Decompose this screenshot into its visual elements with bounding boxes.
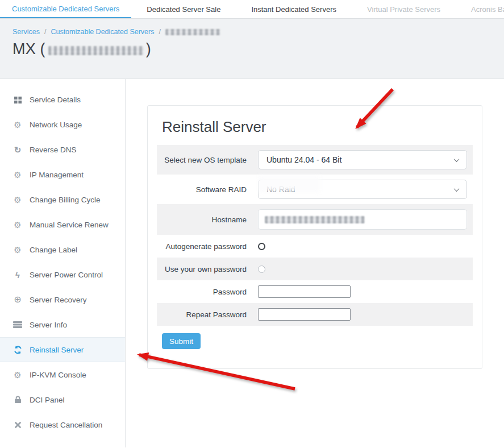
sidebar-item-label: Reinstall Server bbox=[30, 346, 84, 354]
page-title-prefix: MX ( bbox=[13, 40, 45, 58]
form-row-use-own-password: Use your own password bbox=[157, 258, 473, 280]
life-ring-icon: ⊕ bbox=[13, 295, 23, 304]
software-raid-label: Software RAID bbox=[157, 185, 258, 194]
sidebar-item-dci-panel[interactable]: DCI Panel bbox=[0, 387, 125, 412]
os-template-select[interactable]: Ubuntu 24.04 - 64 Bit bbox=[258, 150, 467, 169]
form-row-software-raid: Software RAID No Raid bbox=[157, 175, 473, 204]
x-icon bbox=[13, 422, 23, 428]
sidebar-item-change-label[interactable]: ⚙ Change Label bbox=[0, 237, 125, 262]
gear-icon: ⚙ bbox=[13, 171, 23, 179]
tab-virtual-private-servers[interactable]: Virtual Private Servers bbox=[352, 0, 456, 18]
tab-acronis-backup[interactable]: Acronis Backup bbox=[456, 0, 504, 18]
sidebar-item-reinstall-server[interactable]: Reinstall Server bbox=[0, 337, 125, 362]
sidebar-item-ip-management[interactable]: ⚙ IP Management bbox=[0, 162, 125, 187]
sidebar-item-ip-kvm-console[interactable]: ⚙ IP-KVM Console bbox=[0, 362, 125, 387]
reinstall-server-panel: Reinstall Server Select new OS template … bbox=[147, 105, 482, 369]
repeat-password-label: Repeat Password bbox=[157, 310, 258, 319]
grid-icon bbox=[13, 96, 23, 104]
autogenerate-password-radio[interactable] bbox=[258, 243, 265, 250]
sidebar-item-service-details[interactable]: Service Details bbox=[0, 87, 125, 112]
gear-icon: ⚙ bbox=[13, 121, 23, 129]
sidebar-item-label: IP Management bbox=[30, 171, 84, 179]
tab-customizable-dedicated-servers[interactable]: Customizable Dedicated Servers bbox=[0, 0, 131, 18]
gear-icon: ⚙ bbox=[13, 246, 23, 254]
page-title-censored-domain bbox=[48, 46, 144, 55]
main-area: Reinstall Server Select new OS template … bbox=[126, 79, 504, 447]
breadcrumb-link-services[interactable]: Services bbox=[13, 28, 40, 36]
sidebar-item-label: Network Usage bbox=[30, 121, 82, 129]
gear-icon: ⚙ bbox=[13, 371, 23, 379]
sidebar-item-manual-service-renew[interactable]: ⚙ Manual Service Renew bbox=[0, 212, 125, 237]
sidebar-item-reverse-dns[interactable]: ↻ Reverse DNS bbox=[0, 137, 125, 162]
os-template-label: Select new OS template bbox=[157, 156, 258, 164]
sidebar-item-label: Service Details bbox=[30, 96, 81, 104]
breadcrumb-link-customizable-dedicated-servers[interactable]: Customizable Dedicated Servers bbox=[51, 28, 154, 36]
autogenerate-password-label: Autogenerate password bbox=[157, 242, 258, 251]
sidebar-item-network-usage[interactable]: ⚙ Network Usage bbox=[0, 112, 125, 137]
bolt-icon: ϟ bbox=[13, 271, 23, 279]
sidebar-item-label: Request Cancellation bbox=[30, 421, 102, 429]
hostname-input[interactable] bbox=[258, 209, 467, 230]
password-label: Password bbox=[157, 288, 258, 296]
sidebar-item-server-power-control[interactable]: ϟ Server Power Control bbox=[0, 262, 125, 287]
software-raid-select[interactable]: No Raid bbox=[258, 180, 467, 199]
gear-icon: ⚙ bbox=[13, 221, 23, 229]
refresh-icon: ↻ bbox=[13, 146, 23, 154]
sidebar-item-label: Server Info bbox=[30, 321, 67, 329]
sidebar-item-server-recovery[interactable]: ⊕ Server Recovery bbox=[0, 287, 125, 312]
gear-icon: ⚙ bbox=[13, 196, 23, 204]
panel-heading: Reinstall Server bbox=[162, 118, 473, 136]
use-own-password-radio[interactable] bbox=[258, 266, 265, 273]
sidebar-item-request-cancellation[interactable]: Request Cancellation bbox=[0, 412, 125, 437]
sidebar-item-label: IP-KVM Console bbox=[30, 371, 86, 379]
form-row-password: Password bbox=[157, 280, 473, 303]
sidebar-item-label: Change Billing Cycle bbox=[30, 196, 101, 204]
breadcrumb: Services / Customizable Dedicated Server… bbox=[13, 28, 504, 36]
software-raid-select-value: No Raid bbox=[266, 185, 295, 194]
sidebar-item-label: Manual Service Renew bbox=[30, 221, 109, 229]
breadcrumb-separator: / bbox=[44, 28, 46, 36]
server-icon bbox=[13, 321, 23, 329]
form-row-os-template: Select new OS template Ubuntu 24.04 - 64… bbox=[157, 145, 473, 175]
use-own-password-label: Use your own password bbox=[157, 265, 258, 273]
sidebar: Service Details ⚙ Network Usage ↻ Revers… bbox=[0, 79, 126, 447]
page-title-suffix: ) bbox=[146, 40, 151, 58]
form-row-hostname: Hostname bbox=[157, 204, 473, 235]
chevron-down-icon bbox=[454, 186, 460, 192]
sidebar-item-change-billing-cycle[interactable]: ⚙ Change Billing Cycle bbox=[0, 187, 125, 212]
content-area: Service Details ⚙ Network Usage ↻ Revers… bbox=[0, 79, 504, 447]
form-row-repeat-password: Repeat Password bbox=[157, 303, 473, 326]
repeat-password-input[interactable] bbox=[258, 308, 351, 321]
breadcrumb-censored-item bbox=[165, 29, 220, 35]
sidebar-item-label: Server Recovery bbox=[30, 296, 87, 304]
refresh-icon bbox=[13, 346, 23, 354]
hostname-label: Hostname bbox=[157, 215, 258, 224]
chevron-down-icon bbox=[454, 156, 460, 162]
lock-icon bbox=[13, 396, 23, 404]
sidebar-item-label: Server Power Control bbox=[30, 271, 103, 279]
breadcrumb-separator: / bbox=[159, 28, 160, 36]
tab-dedicated-server-sale[interactable]: Dedicated Server Sale bbox=[131, 0, 236, 18]
sidebar-item-label: Reverse DNS bbox=[30, 146, 77, 154]
submit-button[interactable]: Submit bbox=[162, 333, 201, 349]
tab-instant-dedicated-servers[interactable]: Instant Dedicated Servers bbox=[236, 0, 352, 18]
page-header: Services / Customizable Dedicated Server… bbox=[0, 19, 504, 79]
sidebar-item-server-info[interactable]: Server Info bbox=[0, 312, 125, 337]
os-template-select-value: Ubuntu 24.04 - 64 Bit bbox=[266, 155, 341, 164]
sidebar-item-label: Change Label bbox=[30, 246, 77, 254]
top-tab-bar: Customizable Dedicated Servers Dedicated… bbox=[0, 0, 504, 19]
page: { "tabs": [ { "label": "Customizable Ded… bbox=[0, 0, 504, 448]
password-input[interactable] bbox=[258, 285, 351, 298]
sidebar-item-label: DCI Panel bbox=[30, 396, 65, 404]
hostname-censored-value bbox=[265, 216, 365, 223]
page-title: MX ( ) bbox=[13, 40, 504, 58]
form-row-autogenerate-password: Autogenerate password bbox=[157, 235, 473, 258]
